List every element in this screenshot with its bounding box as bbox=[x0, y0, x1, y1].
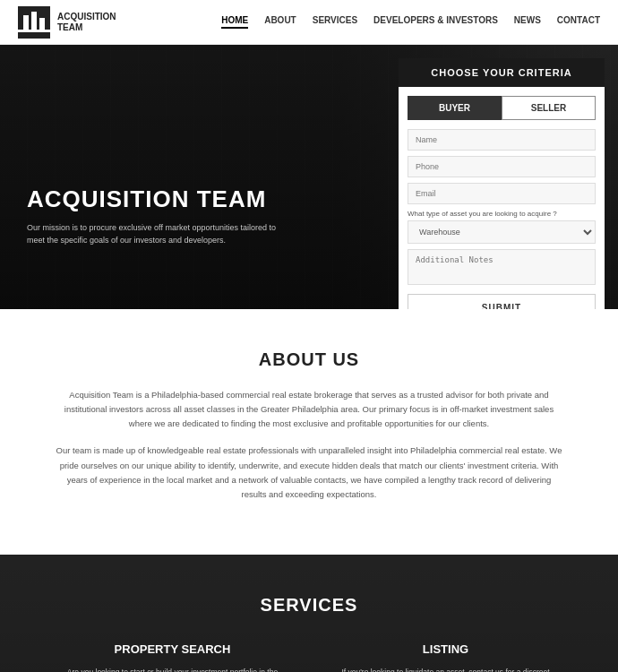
logo: ACQUISITION TEAM bbox=[18, 6, 116, 39]
phone-input[interactable] bbox=[408, 156, 596, 177]
about-paragraph-2: Our team is made up of knowledgeable rea… bbox=[54, 444, 564, 502]
seller-button[interactable]: SELLER bbox=[502, 96, 596, 120]
listing-text: If you're looking to liquidate an asset,… bbox=[327, 667, 564, 672]
logo-icon bbox=[18, 6, 50, 39]
svg-rect-2 bbox=[31, 12, 37, 30]
name-input[interactable] bbox=[408, 129, 596, 151]
asset-label: What type of asset you are looking to ac… bbox=[408, 210, 596, 218]
about-paragraph-1: Acquisition Team is a Philadelphia-based… bbox=[54, 388, 564, 431]
property-search-col: PROPERTY SEARCH Are you looking to start… bbox=[36, 642, 309, 672]
asset-select[interactable]: Warehouse Office Retail Multi-Family Ind… bbox=[408, 220, 596, 244]
buyer-seller-toggle: BUYER SELLER bbox=[408, 96, 596, 120]
services-section: SERVICES PROPERTY SEARCH Are you looking… bbox=[0, 555, 618, 672]
nav-about[interactable]: ABOUT bbox=[264, 15, 296, 29]
nav-news[interactable]: NEWS bbox=[514, 15, 541, 29]
services-title: SERVICES bbox=[36, 595, 582, 616]
svg-rect-3 bbox=[39, 18, 45, 30]
email-input[interactable] bbox=[408, 183, 596, 204]
hero-content: ACQUISITION TEAM Our mission is to procu… bbox=[27, 185, 278, 246]
about-section: ABOUT US Acquisition Team is a Philadelp… bbox=[0, 309, 618, 555]
about-title: ABOUT US bbox=[54, 349, 564, 370]
property-search-title: PROPERTY SEARCH bbox=[54, 642, 291, 656]
services-grid: PROPERTY SEARCH Are you looking to start… bbox=[36, 642, 582, 672]
nav-services[interactable]: SERVICES bbox=[313, 15, 357, 29]
submit-button[interactable]: SUBMIT bbox=[408, 294, 596, 309]
listing-col: LISTING If you're looking to liquidate a… bbox=[309, 642, 582, 672]
hero-section: ACQUISITION TEAM Our mission is to procu… bbox=[0, 45, 618, 309]
logo-text: ACQUISITION TEAM bbox=[57, 12, 116, 33]
criteria-panel: CHOOSE YOUR CRITERIA BUYER SELLER What t… bbox=[399, 58, 605, 309]
hero-subtitle: Our mission is to procure exclusive off … bbox=[27, 222, 278, 246]
svg-rect-4 bbox=[18, 30, 50, 32]
property-search-text: Are you looking to start or build your i… bbox=[54, 667, 291, 672]
nav-developers[interactable]: DEVELOPERS & INVESTORS bbox=[373, 15, 498, 29]
nav-contact[interactable]: CONTACT bbox=[557, 15, 600, 29]
svg-rect-1 bbox=[23, 15, 29, 30]
nav-home[interactable]: HOME bbox=[221, 15, 248, 29]
notes-textarea[interactable] bbox=[408, 249, 596, 285]
services-content: SERVICES PROPERTY SEARCH Are you looking… bbox=[36, 595, 582, 672]
criteria-body: BUYER SELLER What type of asset you are … bbox=[399, 87, 605, 309]
navbar: ACQUISITION TEAM HOME ABOUT SERVICES DEV… bbox=[0, 0, 618, 45]
criteria-header: CHOOSE YOUR CRITERIA bbox=[399, 58, 605, 87]
nav-links: HOME ABOUT SERVICES DEVELOPERS & INVESTO… bbox=[221, 15, 600, 29]
buyer-button[interactable]: BUYER bbox=[408, 96, 502, 120]
hero-title: ACQUISITION TEAM bbox=[27, 185, 278, 213]
listing-title: LISTING bbox=[327, 642, 564, 656]
